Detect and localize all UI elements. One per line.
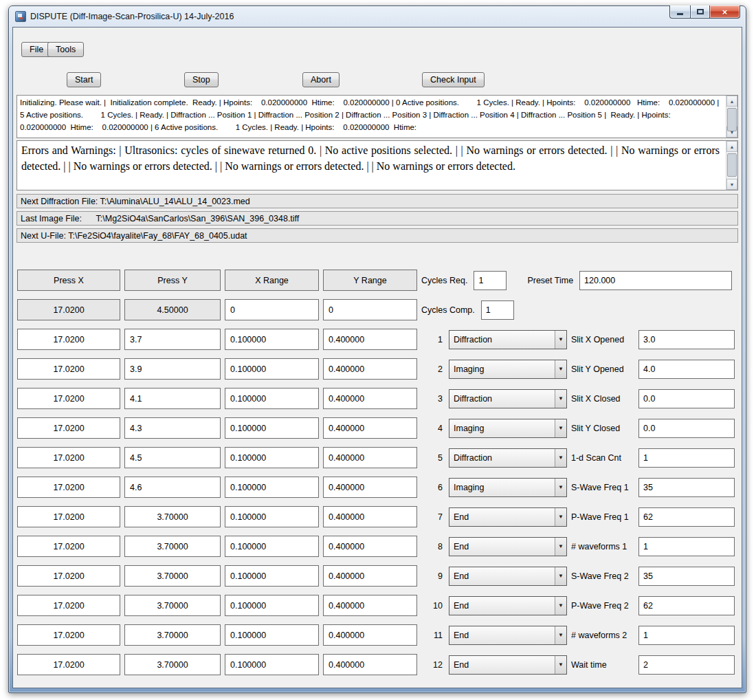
mode-dropdown[interactable]: Imaging▼	[449, 360, 567, 379]
press-y-cell[interactable]: 4.5	[124, 447, 221, 468]
x-range-cell[interactable]: 0.100000	[225, 358, 319, 380]
param-input[interactable]	[638, 419, 735, 438]
press-y-cell[interactable]: 4.3	[124, 417, 221, 439]
scroll-down-icon[interactable]: ▼	[726, 179, 737, 190]
y-range-cell[interactable]: 0.400000	[323, 447, 417, 468]
x-range-cell[interactable]: 0.100000	[225, 417, 319, 439]
x-range-cell[interactable]: 0.100000	[225, 447, 319, 468]
current-x-range[interactable]: 0	[225, 299, 319, 320]
scroll-track[interactable]	[726, 107, 737, 127]
close-button[interactable]: ×	[709, 6, 740, 19]
chevron-down-icon: ▼	[555, 360, 566, 378]
mode-dropdown[interactable]: End▼	[449, 655, 567, 675]
scroll-thumb[interactable]	[727, 153, 737, 177]
param-input[interactable]	[638, 596, 735, 615]
press-x-cell[interactable]: 17.0200	[17, 565, 120, 587]
errors-warnings-text: Errors and Warnings: | Ultrasonics: cycl…	[21, 142, 720, 188]
param-input[interactable]	[638, 448, 735, 468]
param-input[interactable]	[638, 626, 735, 645]
param-input[interactable]	[638, 478, 735, 497]
y-range-cell[interactable]: 0.400000	[323, 595, 417, 616]
cycles-comp-input[interactable]	[481, 300, 514, 320]
mode-dropdown[interactable]: Diffraction▼	[449, 448, 567, 468]
status-log-box[interactable]: Initializing. Please wait. | Initializat…	[16, 95, 738, 138]
press-x-cell[interactable]: 17.0200	[17, 477, 120, 498]
menu-tools-button[interactable]: Tools	[47, 42, 84, 57]
x-range-cell[interactable]: 0.100000	[225, 506, 319, 527]
preset-time-input[interactable]	[579, 271, 732, 290]
press-x-cell[interactable]: 17.0200	[17, 447, 120, 468]
scroll-thumb[interactable]	[727, 108, 737, 131]
press-y-cell[interactable]: 3.70000	[124, 654, 221, 675]
press-y-cell[interactable]: 3.70000	[124, 536, 221, 557]
mode-dropdown[interactable]: Imaging▼	[449, 419, 567, 438]
press-y-cell[interactable]: 3.9	[124, 358, 221, 380]
press-y-cell[interactable]: 4.1	[124, 388, 221, 409]
mode-dropdown[interactable]: End▼	[449, 626, 567, 645]
mode-dropdown[interactable]: Diffraction▼	[449, 389, 567, 408]
press-x-cell[interactable]: 17.0200	[17, 388, 120, 409]
mode-dropdown[interactable]: End▼	[449, 537, 567, 556]
param-input[interactable]	[638, 655, 735, 675]
mode-dropdown[interactable]: End▼	[449, 507, 567, 527]
scroll-track[interactable]	[726, 152, 737, 179]
x-range-cell[interactable]: 0.100000	[225, 536, 319, 557]
minimize-button[interactable]	[669, 6, 690, 19]
x-range-cell[interactable]: 0.100000	[225, 388, 319, 409]
y-range-cell[interactable]: 0.400000	[323, 624, 417, 646]
scroll-up-icon[interactable]: ▲	[726, 141, 737, 152]
mode-dropdown[interactable]: End▼	[449, 567, 567, 586]
press-y-cell[interactable]: 3.7	[124, 329, 221, 350]
param-input[interactable]	[638, 330, 735, 349]
y-range-cell[interactable]: 0.400000	[323, 565, 417, 587]
y-range-cell[interactable]: 0.400000	[323, 417, 417, 439]
press-y-cell[interactable]: 3.70000	[124, 595, 221, 616]
errors-scrollbar[interactable]: ▲ ▼	[726, 141, 737, 190]
param-input[interactable]	[638, 507, 735, 527]
start-button[interactable]: Start	[67, 72, 101, 87]
x-range-cell[interactable]: 0.100000	[225, 477, 319, 498]
press-x-cell[interactable]: 17.0200	[17, 417, 120, 439]
x-range-cell[interactable]: 0.100000	[225, 624, 319, 646]
press-x-cell[interactable]: 17.0200	[17, 358, 120, 380]
mode-dropdown[interactable]: Imaging▼	[449, 478, 567, 497]
param-input[interactable]	[638, 389, 735, 408]
x-range-cell[interactable]: 0.100000	[225, 595, 319, 616]
status-log-scrollbar[interactable]: ▲ ▼	[726, 96, 737, 138]
mode-dropdown[interactable]: Diffraction▼	[449, 330, 567, 349]
press-y-cell[interactable]: 3.70000	[124, 565, 221, 587]
press-x-cell[interactable]: 17.0200	[17, 506, 120, 527]
check-input-button[interactable]: Check Input	[422, 72, 485, 87]
press-x-cell[interactable]: 17.0200	[17, 595, 120, 616]
x-range-cell[interactable]: 0.100000	[225, 565, 319, 587]
y-range-cell[interactable]: 0.400000	[323, 329, 417, 350]
y-range-cell[interactable]: 0.400000	[323, 388, 417, 409]
param-input[interactable]	[638, 537, 735, 556]
y-range-cell[interactable]: 0.400000	[323, 654, 417, 675]
press-x-cell[interactable]: 17.0200	[17, 654, 120, 675]
press-x-cell[interactable]: 17.0200	[17, 536, 120, 557]
press-y-cell[interactable]: 3.70000	[124, 624, 221, 646]
title-bar[interactable]: DISPUTE (Diff-Image-Scan-Prosilica-U) 14…	[9, 6, 746, 27]
abort-button[interactable]: Abort	[302, 72, 340, 87]
cycles-req-input[interactable]	[474, 271, 507, 290]
current-y-range[interactable]: 0	[323, 299, 417, 320]
scroll-up-icon[interactable]: ▲	[726, 96, 737, 107]
mode-dropdown[interactable]: End▼	[449, 596, 567, 615]
x-range-cell[interactable]: 0.100000	[225, 654, 319, 675]
param-input[interactable]	[638, 567, 735, 586]
y-range-cell[interactable]: 0.400000	[323, 477, 417, 498]
press-x-cell[interactable]: 17.0200	[17, 624, 120, 646]
y-range-cell[interactable]: 0.400000	[323, 536, 417, 557]
press-y-cell[interactable]: 3.70000	[124, 506, 221, 527]
chevron-down-icon: ▼	[555, 390, 566, 408]
y-range-cell[interactable]: 0.400000	[323, 506, 417, 527]
maximize-button[interactable]	[690, 6, 709, 19]
press-x-cell[interactable]: 17.0200	[17, 329, 120, 350]
y-range-cell[interactable]: 0.400000	[323, 358, 417, 380]
errors-warnings-box[interactable]: Errors and Warnings: | Ultrasonics: cycl…	[16, 140, 738, 190]
x-range-cell[interactable]: 0.100000	[225, 329, 319, 350]
stop-button[interactable]: Stop	[184, 72, 219, 87]
press-y-cell[interactable]: 4.6	[124, 477, 221, 498]
param-input[interactable]	[638, 360, 735, 379]
